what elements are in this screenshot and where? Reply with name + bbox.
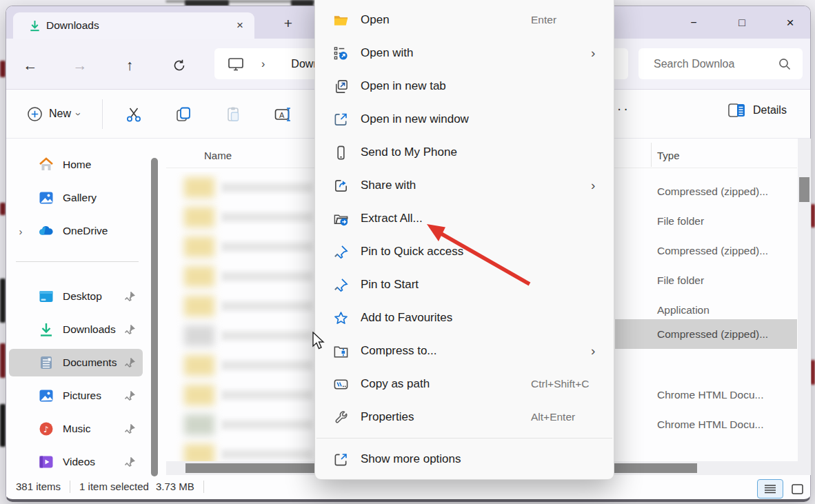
sidebar-item-music[interactable]: ♪ Music bbox=[9, 415, 143, 443]
phone-icon bbox=[333, 145, 349, 161]
new-button[interactable]: New › bbox=[20, 100, 88, 128]
rename-button[interactable]: A bbox=[274, 105, 293, 124]
refresh-icon bbox=[172, 59, 186, 72]
paste-button[interactable] bbox=[224, 105, 243, 124]
menu-item-pin-to-quick-access[interactable]: Pin to Quick access bbox=[315, 235, 614, 268]
sidebar-item-onedrive[interactable]: › OneDrive bbox=[9, 217, 143, 245]
type-cell[interactable]: Compressed (zipped)... bbox=[657, 236, 795, 265]
file-row[interactable] bbox=[166, 266, 315, 294]
menu-item-extract-all[interactable]: Extract All... bbox=[315, 202, 614, 235]
item-count: 381 items bbox=[16, 481, 61, 492]
file-row[interactable] bbox=[166, 207, 315, 234]
sidebar-scrollbar[interactable] bbox=[151, 158, 158, 476]
sidebar-item-videos[interactable]: Videos bbox=[9, 448, 143, 476]
type-cell[interactable]: File folder bbox=[657, 206, 795, 236]
menu-item-open-in-new-window[interactable]: Open in new window bbox=[315, 103, 614, 136]
up-button[interactable]: ↑ bbox=[119, 55, 140, 76]
file-row[interactable] bbox=[166, 296, 315, 323]
file-row[interactable] bbox=[166, 385, 315, 412]
menu-item-open[interactable]: Open Enter bbox=[315, 3, 614, 37]
background-fragment bbox=[811, 204, 815, 228]
minimize-button[interactable]: − bbox=[678, 12, 710, 34]
properties-icon bbox=[333, 410, 349, 425]
copy-icon bbox=[174, 105, 192, 123]
column-header-name[interactable]: Name bbox=[204, 150, 232, 161]
sidebar-divider bbox=[16, 261, 139, 262]
details-pane-button[interactable]: Details bbox=[727, 102, 787, 119]
background-fragment bbox=[0, 343, 6, 378]
downloads-icon bbox=[38, 321, 54, 338]
open-new-window-icon bbox=[333, 112, 349, 128]
search-box[interactable]: Search Downloa bbox=[638, 48, 803, 79]
new-tab-button[interactable]: + bbox=[276, 13, 300, 34]
gallery-icon bbox=[38, 190, 54, 206]
file-row[interactable] bbox=[166, 444, 315, 461]
tab-downloads[interactable]: Downloads × bbox=[13, 12, 254, 39]
type-cell[interactable]: Chrome HTML Docu... bbox=[657, 410, 795, 439]
star-icon bbox=[333, 310, 349, 326]
menu-item-properties[interactable]: Properties Alt+Enter bbox=[315, 401, 614, 434]
file-row[interactable] bbox=[166, 414, 315, 442]
paste-icon bbox=[225, 105, 243, 123]
desktop-icon bbox=[38, 288, 54, 305]
tab-close-icon[interactable]: × bbox=[237, 19, 243, 32]
file-row[interactable] bbox=[166, 236, 315, 264]
type-cell[interactable]: Chrome HTML Docu... bbox=[657, 380, 795, 410]
expand-chevron-icon[interactable]: › bbox=[9, 225, 32, 237]
copy-button[interactable] bbox=[174, 105, 193, 124]
pin-icon bbox=[333, 244, 349, 260]
menu-item-open-in-new-tab[interactable]: Open in new tab bbox=[315, 70, 614, 103]
folder-open-icon bbox=[333, 12, 349, 28]
sidebar-item-documents[interactable]: Documents bbox=[9, 349, 143, 376]
sidebar-item-desktop[interactable]: Desktop bbox=[9, 283, 143, 310]
home-icon bbox=[38, 157, 54, 173]
column-header-type[interactable]: Type bbox=[657, 150, 680, 161]
type-cell[interactable]: File folder bbox=[657, 265, 795, 295]
thumbnail-view-button[interactable] bbox=[788, 481, 806, 497]
status-divider bbox=[70, 481, 70, 493]
rename-icon: A bbox=[274, 105, 293, 123]
file-row[interactable] bbox=[166, 325, 315, 353]
plus-circle-icon bbox=[27, 106, 43, 122]
menu-item-copy-as-path[interactable]: Copy as path Ctrl+Shift+C bbox=[315, 367, 614, 401]
file-row[interactable] bbox=[166, 177, 315, 205]
menu-item-send-to-phone[interactable]: Send to My Phone bbox=[315, 136, 614, 169]
submenu-chevron-icon: › bbox=[591, 343, 595, 359]
cut-button[interactable] bbox=[124, 105, 143, 124]
sidebar-item-gallery[interactable]: Gallery bbox=[9, 184, 143, 212]
column-divider[interactable] bbox=[651, 143, 652, 167]
maximize-button[interactable]: □ bbox=[726, 12, 758, 34]
back-button[interactable]: ← bbox=[20, 55, 41, 76]
pin-icon bbox=[123, 290, 136, 303]
file-row[interactable] bbox=[166, 355, 315, 383]
shortcut: Alt+Enter bbox=[531, 411, 575, 423]
menu-item-share-with[interactable]: Share with › bbox=[315, 169, 614, 202]
vertical-scrollbar-thumb[interactable] bbox=[799, 177, 809, 202]
chevron-down-icon: › bbox=[73, 112, 85, 116]
sidebar-item-home[interactable]: Home bbox=[9, 151, 143, 179]
sidebar-item-label: Downloads bbox=[63, 323, 123, 336]
forward-button[interactable]: → bbox=[70, 55, 90, 76]
toolbar-divider bbox=[102, 99, 103, 129]
new-button-label: New bbox=[49, 108, 71, 120]
sidebar-item-pictures[interactable]: Pictures bbox=[9, 382, 143, 410]
selection-count: 1 item selected bbox=[79, 481, 149, 492]
menu-item-show-more-options[interactable]: Show more options bbox=[315, 443, 614, 476]
background-fragment bbox=[0, 404, 6, 447]
type-cell-selected[interactable]: Compressed (zipped)... bbox=[657, 319, 795, 349]
refresh-button[interactable] bbox=[169, 55, 190, 76]
menu-item-compress-to[interactable]: Compress to... › bbox=[315, 334, 614, 367]
open-new-tab-icon bbox=[333, 79, 349, 94]
sidebar-item-downloads[interactable]: Downloads bbox=[9, 316, 143, 343]
type-cell[interactable]: Compressed (zipped)... bbox=[657, 177, 795, 206]
menu-item-open-with[interactable]: Open with › bbox=[315, 37, 614, 70]
menu-item-add-to-favourites[interactable]: Add to Favourites bbox=[315, 301, 614, 334]
pin-icon bbox=[123, 323, 136, 336]
details-view-button[interactable] bbox=[757, 479, 783, 498]
status-divider bbox=[203, 481, 204, 493]
search-icon bbox=[778, 57, 792, 71]
close-button[interactable]: × bbox=[774, 12, 806, 34]
menu-item-pin-to-start[interactable]: Pin to Start bbox=[315, 268, 614, 301]
submenu-chevron-icon: › bbox=[591, 178, 595, 193]
download-icon bbox=[28, 19, 41, 32]
